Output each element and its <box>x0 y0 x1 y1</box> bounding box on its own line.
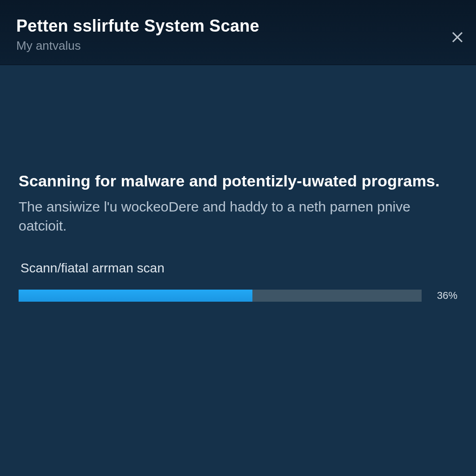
dialog-title: Petten sslirfute System Scane <box>16 16 460 36</box>
scan-status-heading: Scanning for malware and potentizly-uwat… <box>19 172 457 190</box>
close-icon <box>450 30 464 44</box>
progress-percent-label: 36% <box>432 290 457 302</box>
dialog-header: Petten sslirfute System Scane My antvalu… <box>0 0 476 65</box>
close-button[interactable] <box>448 28 467 46</box>
progress-bar-track <box>19 290 422 302</box>
progress-row: 36% <box>19 290 457 302</box>
progress-bar-fill <box>19 290 252 302</box>
scan-current-item-label: Scann/fiatal arrman scan <box>20 261 457 276</box>
dialog-subtitle: My antvalus <box>16 39 460 53</box>
scan-status-description: The ansiwize l'u wockeoDere and haddy to… <box>19 198 446 235</box>
dialog-body: Scanning for malware and potentizly-uwat… <box>0 65 476 320</box>
